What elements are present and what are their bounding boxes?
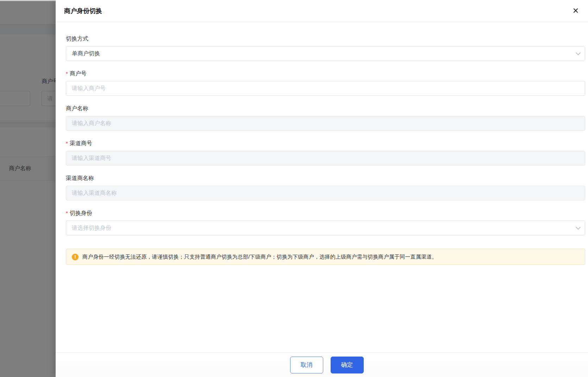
warning-icon: ! [72, 254, 79, 260]
chevron-down-icon [576, 50, 581, 55]
field-label-text: 渠道商名称 [66, 174, 94, 182]
field-label: 切换方式 [66, 35, 585, 43]
form-item-switch-mode: 切换方式 单商户切换 [66, 35, 585, 61]
select-value: 单商户切换 [72, 50, 100, 57]
field-label: * 商户号 [66, 70, 585, 78]
form-item-merchant-no: * 商户号 [66, 70, 585, 96]
form-item-switch-identity: * 切换身份 请选择切换身份 [66, 209, 585, 235]
field-label-text: 切换方式 [66, 35, 88, 43]
select-placeholder: 请选择切换身份 [72, 224, 111, 232]
required-asterisk: * [66, 209, 68, 217]
required-asterisk: * [66, 70, 68, 78]
switch-mode-select[interactable]: 单商户切换 [66, 46, 585, 61]
merchant-no-field [66, 81, 585, 96]
drawer-footer: 取消 确定 [56, 352, 588, 377]
confirm-button[interactable]: 确定 [331, 357, 364, 373]
field-label-text: 切换身份 [70, 209, 92, 217]
channel-name-field [66, 186, 585, 200]
channel-no-input [72, 151, 579, 165]
field-label-text: 商户名称 [66, 105, 88, 112]
drawer-body: 切换方式 单商户切换 * 商户号 商户名称 [56, 22, 588, 352]
mask-top-strip [0, 0, 56, 1]
channel-no-field [66, 151, 585, 166]
merchant-name-input [72, 116, 579, 130]
form-item-merchant-name: 商户名称 [66, 105, 585, 131]
form-item-channel-no: * 渠道商号 [66, 140, 585, 166]
field-label-text: 商户号 [70, 70, 87, 78]
drawer-header: 商户身份切换 ✕ [56, 0, 588, 22]
merchant-name-field [66, 116, 585, 131]
warning-text: 商户身份一经切换无法还原，请谨慎切换；只支持普通商户切换为总部/下级商户；切换为… [82, 254, 437, 260]
drawer-title: 商户身份切换 [64, 7, 102, 15]
cancel-button[interactable]: 取消 [290, 357, 323, 373]
merchant-no-input[interactable] [72, 81, 579, 95]
field-label-text: 渠道商号 [70, 140, 92, 147]
field-label: * 渠道商号 [66, 140, 585, 147]
channel-name-input [72, 186, 579, 200]
chevron-down-icon [576, 225, 581, 230]
warning-alert: ! 商户身份一经切换无法还原，请谨慎切换；只支持普通商户切换为总部/下级商户；切… [66, 249, 585, 265]
field-label: 商户名称 [66, 105, 585, 112]
merchant-identity-switch-drawer: 商户身份切换 ✕ 切换方式 单商户切换 * 商户号 [56, 0, 588, 377]
close-icon[interactable]: ✕ [571, 6, 580, 16]
required-asterisk: * [66, 140, 68, 147]
field-label: 渠道商名称 [66, 174, 585, 182]
form-item-channel-name: 渠道商名称 [66, 174, 585, 200]
switch-identity-select[interactable]: 请选择切换身份 [66, 221, 585, 235]
field-label: * 切换身份 [66, 209, 585, 217]
